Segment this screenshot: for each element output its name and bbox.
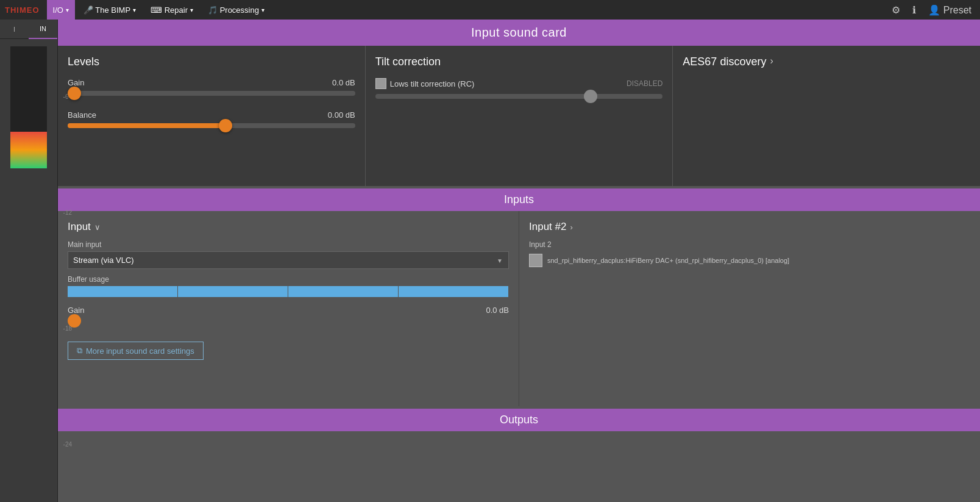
outputs-section: Outputs [58, 409, 980, 431]
levels-title: Levels [68, 56, 355, 68]
nav-processing-caret: ▾ [261, 7, 265, 13]
input2-device-row: snd_rpi_hifiberry_dacplus:HiFiBerry DAC+… [529, 254, 970, 267]
tilt-correction-card: Tilt correction Lows tilt correction (RC… [366, 46, 673, 186]
tilt-slider-thumb[interactable] [584, 90, 597, 103]
outputs-title: Outputs [500, 414, 538, 426]
sidebar-meter: -6 -12 -18 -24 [0, 39, 57, 502]
input2-title-row[interactable]: Input #2 › [529, 221, 970, 233]
sidebar: I IN -6 -12 -18 -24 [0, 20, 58, 502]
meter-label-12: -12 [63, 209, 72, 216]
buffer-usage-label: Buffer usage [68, 275, 509, 284]
logo: THIMEO [5, 5, 40, 15]
input-sound-card-header: Input sound card [58, 20, 980, 46]
input1-gain-value: 0.0 dB [486, 306, 509, 315]
buffer-bar [68, 286, 509, 297]
tilt-label-row: Lows tilt correction (RC) DISABLED [375, 78, 663, 89]
balance-slider-row: Balance 0.00 dB [68, 110, 355, 128]
input2-panel: Input #2 › Input 2 snd_rpi_hifiberry_dac… [519, 211, 980, 406]
gain-slider-thumb[interactable] [68, 87, 81, 100]
info-icon[interactable]: ℹ [909, 3, 920, 17]
levels-card: Levels Gain 0.0 dB Balance [58, 46, 366, 186]
sidebar-io-tabs: I IN [0, 20, 57, 39]
device-swatch [529, 254, 542, 267]
more-settings-label: More input sound card settings [86, 346, 194, 356]
meter-wrapper: -6 -12 -18 -24 [10, 46, 47, 168]
nav-repair-caret: ▾ [190, 7, 193, 13]
meter-labels: -6 -12 -18 -24 [63, 39, 72, 502]
meter-fill [10, 132, 47, 168]
gain-value: 0.0 dB [332, 78, 355, 87]
buffer-segment-3 [288, 286, 399, 297]
input1-gain-track[interactable] [68, 318, 509, 323]
balance-slider-fill [68, 123, 225, 128]
sidebar-tab-i[interactable]: I [0, 20, 29, 39]
tilt-checkbox[interactable] [375, 78, 386, 89]
input2-chevron-right-icon: › [570, 223, 572, 232]
nav-repair[interactable]: ⌨ Repair ▾ [144, 0, 199, 20]
main-input-dropdown[interactable]: Stream (via VLC) ALSA JACK File [68, 251, 509, 269]
aes67-chevron-right-icon: › [770, 56, 773, 66]
tilt-title: Tilt correction [375, 56, 663, 68]
buffer-segment-2 [178, 286, 288, 297]
balance-slider-thumb[interactable] [219, 119, 232, 132]
preset-button[interactable]: 👤 Preset [925, 3, 975, 17]
logo-text: THIMEO [5, 5, 40, 15]
inputs-header: Inputs [58, 188, 980, 211]
nav-io-caret: ▾ [66, 7, 69, 13]
balance-value: 0.00 dB [328, 110, 355, 120]
main-layout: I IN -6 -12 -18 -24 Input so [0, 20, 980, 502]
cards-row: Levels Gain 0.0 dB Balance [58, 46, 980, 186]
input1-panel: Input ∨ Main input Stream (via VLC) ALSA… [58, 211, 519, 406]
input2-label: Input 2 [529, 240, 970, 249]
nav-processing[interactable]: 🎵 Processing ▾ [202, 0, 271, 20]
topbar-right: ⚙ ℹ 👤 Preset [888, 3, 975, 17]
inputs-section: Inputs Input ∨ Main input Stream (via VL… [58, 188, 980, 406]
input1-gain-row: Gain 0.0 dB [68, 306, 509, 323]
outputs-header: Outputs [58, 409, 980, 431]
input1-gain-label-row: Gain 0.0 dB [68, 306, 509, 315]
gain-slider-track[interactable] [68, 91, 355, 96]
meter-label-24: -24 [63, 441, 72, 448]
device-name: snd_rpi_hifiberry_dacplus:HiFiBerry DAC+… [547, 257, 789, 264]
input2-title: Input #2 [529, 221, 566, 233]
aes67-title-row: AES67 discovery › [683, 56, 970, 68]
nav-io-label: I/O [53, 5, 63, 15]
buffer-segment-1 [68, 286, 178, 297]
more-settings-icon: ⧉ [77, 346, 82, 356]
inputs-body: Input ∨ Main input Stream (via VLC) ALSA… [58, 211, 980, 406]
balance-label-row: Balance 0.00 dB [68, 110, 355, 120]
lows-tilt-label: Lows tilt correction (RC) [390, 79, 475, 88]
nav-bimp-caret: ▾ [133, 7, 136, 13]
buffer-segment-4 [399, 286, 509, 297]
nav-bimp[interactable]: 🎤 The BIMP ▾ [77, 0, 142, 20]
aes67-title: AES67 discovery [683, 56, 766, 68]
nav-repair-label: ⌨ Repair [151, 5, 188, 15]
more-settings-button[interactable]: ⧉ More input sound card settings [68, 342, 204, 360]
input1-gain-thumb[interactable] [68, 314, 81, 328]
lows-tilt-status: DISABLED [627, 79, 662, 88]
input-sound-card-title: Input sound card [471, 26, 567, 39]
inputs-title: Inputs [504, 193, 534, 206]
balance-label: Balance [68, 110, 96, 120]
input1-title-row: Input ∨ [68, 221, 509, 233]
main-input-dropdown-wrapper: Stream (via VLC) ALSA JACK File [68, 251, 509, 269]
settings-icon[interactable]: ⚙ [888, 3, 904, 17]
gain-slider-row: Gain 0.0 dB [68, 78, 355, 96]
tilt-slider-track[interactable] [375, 94, 663, 99]
meter-bar [10, 46, 47, 168]
tilt-checkbox-label: Lows tilt correction (RC) [375, 78, 475, 89]
topbar: THIMEO I/O ▾ 🎤 The BIMP ▾ ⌨ Repair ▾ 🎵 P… [0, 0, 980, 20]
nav-bimp-label: 🎤 The BIMP [83, 5, 130, 15]
content-area: Input sound card Levels Gain 0.0 dB [58, 20, 980, 502]
sidebar-tab-in[interactable]: IN [29, 20, 57, 39]
nav-io[interactable]: I/O ▾ [47, 0, 75, 20]
aes67-card[interactable]: AES67 discovery › [673, 46, 980, 186]
balance-slider-track[interactable] [68, 123, 355, 128]
input1-chevron-down-icon[interactable]: ∨ [94, 223, 101, 232]
gain-label-row: Gain 0.0 dB [68, 78, 355, 87]
main-input-label: Main input [68, 240, 509, 249]
nav-processing-label: 🎵 Processing [208, 5, 259, 15]
